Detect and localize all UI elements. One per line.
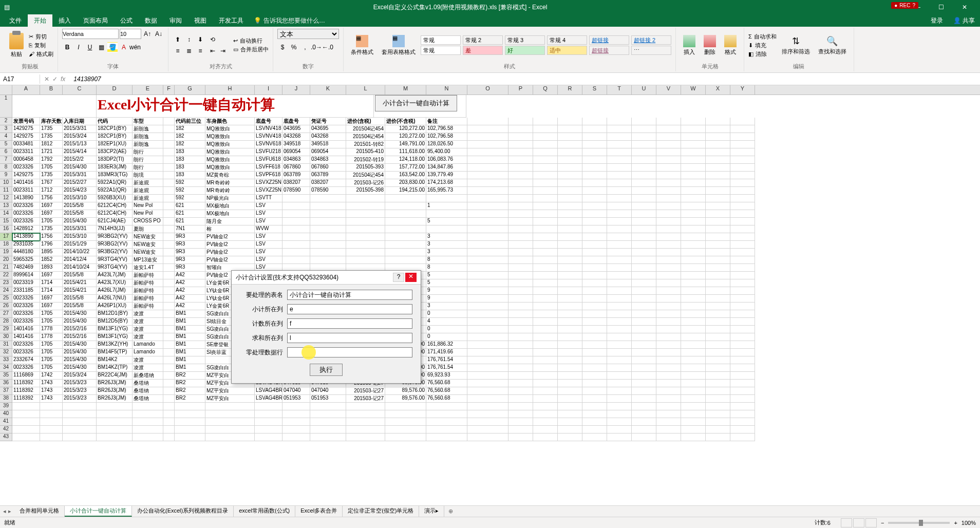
cell[interactable] <box>558 241 582 249</box>
close-button[interactable]: ✕ <box>953 1 976 14</box>
cell[interactable] <box>730 387 755 395</box>
cell[interactable]: PV轴金I2 <box>205 256 255 264</box>
cell[interactable] <box>533 218 558 225</box>
cell[interactable] <box>632 125 656 133</box>
cell[interactable]: MZ平安白 <box>205 395 255 403</box>
cell[interactable] <box>163 318 175 326</box>
cell[interactable]: 新朗逸 <box>133 133 163 141</box>
cell[interactable] <box>632 202 656 210</box>
select-all-corner[interactable] <box>0 85 12 95</box>
cell[interactable] <box>467 287 508 295</box>
cell[interactable]: BM13F1(YG) <box>97 333 133 341</box>
cell[interactable] <box>632 295 656 303</box>
cell[interactable] <box>467 356 508 364</box>
cell[interactable] <box>656 164 681 172</box>
cell[interactable]: 0023311 <box>12 187 40 195</box>
cell[interactable] <box>533 195 558 202</box>
cell[interactable]: A426L7(JM) <box>97 287 133 295</box>
wrap-text-button[interactable]: ↩自动换行 <box>233 37 269 45</box>
cell[interactable] <box>282 410 310 418</box>
cell[interactable]: 1714 <box>40 279 63 287</box>
cell[interactable] <box>582 287 607 295</box>
cell[interactable] <box>63 410 97 418</box>
format-as-table-button[interactable]: ▦套用表格格式 <box>379 34 419 57</box>
cell[interactable] <box>582 418 607 426</box>
cell[interactable] <box>533 118 558 125</box>
cell[interactable] <box>656 349 681 356</box>
row-header[interactable]: 41 <box>0 418 12 426</box>
cell[interactable]: 2015/4/21 <box>63 287 97 295</box>
cell[interactable] <box>205 418 255 426</box>
cell[interactable] <box>632 410 656 418</box>
cell[interactable]: 2015/4/30 <box>63 364 97 372</box>
style-hyperlink2[interactable]: 超链接 2 <box>631 35 671 45</box>
row-header[interactable]: 27 <box>0 310 12 318</box>
cell[interactable] <box>163 125 175 133</box>
cell[interactable]: 201504记454 <box>346 172 385 179</box>
cell[interactable] <box>656 403 681 410</box>
cell[interactable]: 034863 <box>310 156 346 164</box>
cell[interactable]: 凌渡 <box>133 364 163 372</box>
cell[interactable]: 069054 <box>310 148 346 156</box>
cell[interactable] <box>163 218 175 225</box>
cell[interactable] <box>558 148 582 156</box>
cell[interactable] <box>656 426 681 433</box>
increase-decimal-button[interactable]: .0→ <box>311 42 322 52</box>
cell[interactable] <box>706 364 730 372</box>
cell[interactable]: 0 <box>426 333 467 341</box>
cell[interactable]: 102,796.58 <box>426 133 467 141</box>
cell[interactable]: 0023326 <box>12 310 40 318</box>
cell[interactable]: 1705 <box>40 164 63 172</box>
cell[interactable] <box>681 210 706 218</box>
cell[interactable]: 新途观 <box>133 179 163 187</box>
cell[interactable] <box>706 148 730 156</box>
cell[interactable]: 新帕萨特 <box>133 279 163 287</box>
cell[interactable] <box>205 433 255 441</box>
cell[interactable] <box>681 287 706 295</box>
cell[interactable]: 2015/2/2 <box>63 156 97 164</box>
cell[interactable] <box>508 272 533 279</box>
row-header[interactable]: 22 <box>0 272 12 279</box>
cell[interactable] <box>730 202 755 210</box>
cell[interactable] <box>706 218 730 225</box>
column-header[interactable]: V <box>656 85 681 95</box>
cell[interactable]: 2332674 <box>12 356 40 364</box>
cell[interactable] <box>533 349 558 356</box>
cell[interactable] <box>706 287 730 295</box>
cell[interactable]: 2015/3/31 <box>63 172 97 179</box>
cell[interactable] <box>607 118 632 125</box>
style-normal4[interactable]: 常规 4 <box>547 35 587 45</box>
cell[interactable] <box>632 233 656 241</box>
cell[interactable] <box>681 141 706 148</box>
cell[interactable]: NEW途安 <box>133 233 163 241</box>
cell[interactable] <box>175 418 205 426</box>
cell[interactable] <box>533 310 558 318</box>
paste-button[interactable]: 粘贴 <box>6 32 27 59</box>
cell[interactable] <box>656 279 681 287</box>
cell[interactable] <box>558 264 582 272</box>
cell[interactable] <box>681 256 706 264</box>
cell[interactable] <box>40 426 63 433</box>
cell[interactable] <box>385 418 426 426</box>
cell[interactable] <box>426 433 467 441</box>
cell[interactable]: 183 <box>175 164 205 172</box>
phonetic-button[interactable]: wén <box>130 42 140 52</box>
cell[interactable] <box>508 387 533 395</box>
cell[interactable] <box>346 410 385 418</box>
cell[interactable] <box>508 164 533 172</box>
row-header[interactable]: 18 <box>0 241 12 249</box>
cell[interactable] <box>656 310 681 318</box>
cell[interactable] <box>607 256 632 264</box>
view-break-button[interactable] <box>865 518 877 527</box>
cell[interactable] <box>632 287 656 295</box>
cell[interactable] <box>681 310 706 318</box>
cell[interactable]: 1735 <box>40 125 63 133</box>
cell[interactable] <box>467 387 508 395</box>
cell[interactable]: 8999614 <box>12 272 40 279</box>
cell[interactable]: LSV <box>255 233 282 241</box>
row-header[interactable]: 6 <box>0 148 12 156</box>
cell[interactable] <box>656 372 681 380</box>
cell[interactable]: 171,419.66 <box>426 349 467 356</box>
row-header[interactable]: 20 <box>0 256 12 264</box>
cell[interactable] <box>730 333 755 341</box>
